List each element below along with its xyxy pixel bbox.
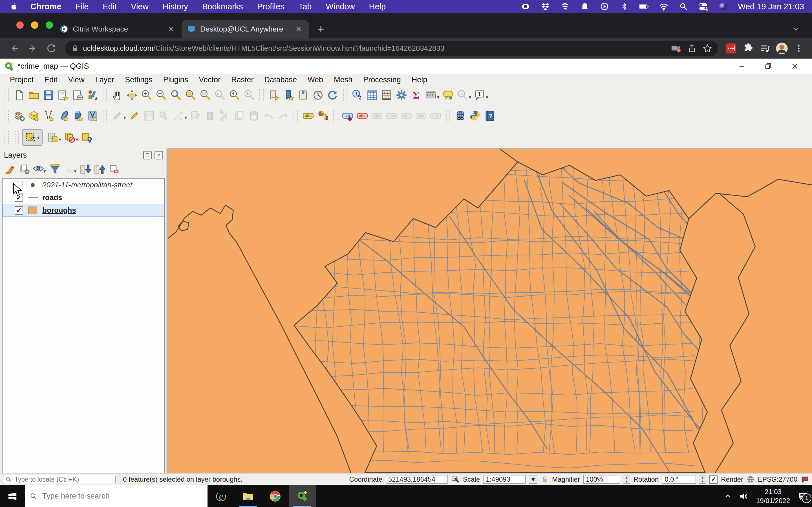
zoom-native-button[interactable]: 1:1 (213, 88, 227, 103)
forward-button[interactable] (26, 41, 40, 56)
new-temporary-scratch-layer-button[interactable] (85, 108, 100, 123)
zoom-out-button[interactable] (154, 88, 168, 103)
toggle-editing-button[interactable] (127, 108, 142, 123)
qgis-menu-plugins[interactable]: Plugins (158, 75, 194, 84)
style-manager-button[interactable]: a (85, 88, 100, 103)
identify-features-button[interactable]: i (350, 88, 365, 103)
processing-toolbox-button[interactable] (394, 88, 409, 103)
extensions-puzzle-icon[interactable] (742, 42, 755, 55)
help-contents-button[interactable]: ? (483, 108, 497, 123)
python-console-button[interactable] (468, 108, 483, 123)
tab-search-chevron-icon[interactable] (792, 24, 800, 33)
mac-menu-window[interactable]: Window (326, 2, 355, 11)
metasearch-button[interactable] (453, 108, 468, 123)
menu-bar-clock[interactable]: Wed 19 Jan 21:03 (738, 2, 804, 11)
more-kebab-icon[interactable] (792, 42, 805, 55)
new-print-layout-button[interactable] (56, 88, 70, 103)
tray-chevron-icon[interactable] (724, 493, 731, 500)
layer-checkbox[interactable]: ✓ (15, 193, 23, 202)
swirl-icon[interactable] (560, 2, 570, 11)
layer-checkbox[interactable]: ✓ (15, 206, 23, 215)
change-label-properties-button[interactable]: abc (399, 108, 414, 123)
measure-button[interactable] (423, 88, 438, 103)
zoom-window-button[interactable] (46, 21, 53, 29)
qgis-menu-settings[interactable]: Settings (119, 75, 158, 84)
cut-features-button[interactable] (217, 108, 232, 123)
layer-item-roads[interactable]: ✓roads (3, 191, 164, 204)
label-tool-button[interactable]: abc (414, 108, 428, 123)
qgis-menu-help[interactable]: Help (406, 75, 433, 84)
mac-menu-tab[interactable]: Tab (299, 2, 312, 11)
mac-menu-file[interactable]: File (75, 2, 89, 11)
siri-icon[interactable] (718, 2, 728, 11)
taskbar-search[interactable] (25, 485, 207, 507)
messages-icon[interactable] (801, 475, 809, 484)
layer-item-2021-11-metropolitan-street[interactable]: 2021-11-metropolitan-street (3, 179, 164, 191)
qgis-menu-mesh[interactable]: Mesh (328, 75, 358, 84)
map-tips-button[interactable] (441, 88, 455, 103)
start-button[interactable] (0, 485, 25, 507)
current-edits-button[interactable] (110, 108, 124, 123)
panel-close-button[interactable]: ✕ (154, 151, 163, 159)
zoom-last-button[interactable] (227, 88, 242, 103)
highlight-pinned-labels-button[interactable]: abc (355, 108, 370, 123)
minimize-window-button[interactable] (31, 21, 38, 29)
show-bookmarks-button[interactable] (282, 88, 296, 103)
scale-dropdown[interactable]: ▾ (529, 475, 538, 484)
open-layer-styling-button[interactable] (4, 163, 16, 175)
crs-code[interactable]: EPSG:27700 (758, 475, 797, 483)
new-spatial-bookmark-button[interactable] (267, 88, 282, 103)
share-icon[interactable] (688, 44, 696, 53)
reload-button[interactable] (44, 41, 59, 56)
paste-features-button[interactable] (247, 108, 261, 123)
select-features-by-value-button[interactable] (45, 130, 60, 145)
new-shapefile-layer-button[interactable] (41, 108, 56, 123)
new-project-button[interactable] (12, 88, 27, 103)
mac-menu-view[interactable]: View (131, 2, 148, 11)
new-tab-button[interactable]: + (313, 21, 329, 37)
taskbar-app-ie[interactable]: e (207, 485, 235, 507)
text-annotation-button[interactable]: T (472, 88, 487, 103)
add-feature-button[interactable] (156, 108, 171, 123)
battery-icon[interactable] (639, 2, 649, 11)
apple-icon[interactable] (10, 2, 19, 11)
new-spatialite-layer-button[interactable] (56, 108, 70, 123)
add-group-button[interactable] (18, 163, 31, 175)
taskbar-app-chrome[interactable] (262, 485, 289, 507)
close-window-button[interactable] (16, 21, 24, 29)
qgis-menu-database[interactable]: Database (259, 75, 302, 84)
deselect-features-all-layers-button[interactable] (62, 130, 77, 145)
back-button[interactable] (7, 41, 21, 56)
bell-icon[interactable] (580, 2, 590, 11)
delete-selected-button[interactable] (203, 108, 217, 123)
modify-attributes-button[interactable] (188, 108, 203, 123)
magnifier-spinner[interactable]: ▲▼ (623, 475, 630, 484)
new-virtual-layer-button[interactable] (70, 108, 85, 123)
pan-map-button[interactable] (110, 88, 124, 103)
layer-diagram-options-button[interactable] (315, 108, 330, 123)
qgis-menu-view[interactable]: View (63, 75, 90, 84)
coordinate-input[interactable]: 521493,186454 (386, 475, 448, 484)
copy-features-button[interactable] (232, 108, 247, 123)
expand-all-button[interactable] (79, 163, 92, 175)
layer-checkbox[interactable] (15, 181, 23, 189)
label-tool-alt-button[interactable]: abc (428, 108, 443, 123)
extents-toggle-icon[interactable] (451, 475, 460, 484)
select-by-location-button[interactable] (80, 130, 94, 145)
qgis-menu-processing[interactable]: Processing (358, 75, 406, 84)
statistical-summary-button[interactable] (379, 88, 394, 103)
rotation-spinner[interactable]: ▲▼ (699, 475, 706, 484)
pin-unpin-labels-button[interactable]: ab (340, 108, 355, 123)
taskbar-app-qgis[interactable] (289, 485, 316, 507)
address-bar[interactable]: ucldesktop.cloud.com /Citrix/StoreWeb/cl… (65, 41, 718, 56)
screen-record-icon[interactable] (521, 2, 530, 11)
mac-menu-profiles[interactable]: Profiles (257, 2, 285, 11)
tab-desktop-ucl-anywhere[interactable]: Desktop@UCL Anywhere✕ (182, 20, 309, 38)
vertex-tool-button[interactable] (171, 108, 186, 123)
show-layout-manager-button[interactable] (70, 88, 85, 103)
show-statistics-button[interactable]: Σ (409, 88, 423, 103)
new-geopackage-layer-button[interactable] (27, 108, 41, 123)
qgis-menu-web[interactable]: Web (302, 75, 328, 84)
refresh-map-button[interactable] (325, 88, 340, 103)
mac-menu-edit[interactable]: Edit (103, 2, 117, 11)
